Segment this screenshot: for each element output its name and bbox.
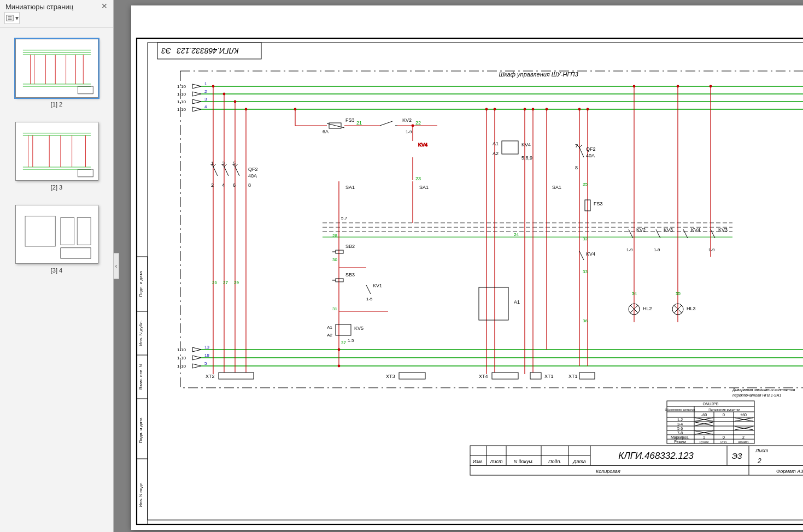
svg-text:28: 28 — [332, 233, 337, 238]
svg-text:Э3: Э3 — [161, 46, 171, 55]
thumbnail-3[interactable]: [3] 4 — [8, 205, 105, 274]
svg-text:25: 25 — [583, 182, 588, 187]
svg-text:Инв. N подл.: Инв. N подл. — [138, 481, 143, 507]
thumbnail-label: [3] 4 — [8, 267, 105, 274]
svg-text:A2: A2 — [327, 333, 332, 338]
svg-line-134 — [235, 167, 239, 176]
svg-text:SA1: SA1 — [345, 185, 355, 190]
svg-text:A1: A1 — [514, 299, 520, 305]
svg-text:QF2: QF2 — [248, 167, 258, 172]
svg-text:3-4: 3-4 — [677, 422, 683, 426]
thumbnail-1[interactable]: [1] 2 — [8, 39, 105, 108]
svg-text:1-10: 1-10 — [177, 364, 186, 369]
svg-rect-30 — [77, 218, 91, 245]
svg-text:Взам. инв. N: Взам. инв. N — [138, 364, 143, 389]
svg-text:27: 27 — [223, 280, 228, 285]
svg-text:+60: +60 — [740, 413, 747, 417]
svg-rect-182 — [336, 324, 351, 335]
svg-text:3: 3 — [222, 161, 225, 166]
svg-text:N докум.: N докум. — [514, 459, 534, 464]
svg-text:1-9: 1-9 — [406, 129, 412, 134]
svg-text:Подп.: Подп. — [548, 459, 561, 464]
svg-text:KV1: KV1 — [373, 283, 382, 288]
svg-point-130 — [338, 348, 341, 351]
svg-point-123 — [532, 108, 535, 111]
svg-rect-16 — [78, 86, 93, 94]
svg-text:1-9: 1-9 — [654, 247, 660, 252]
list-icon — [6, 14, 14, 22]
svg-text:1-9: 1-9 — [708, 247, 715, 252]
thumbnail-preview — [15, 39, 98, 98]
thumbnail-preview — [15, 205, 98, 264]
svg-text:1-10: 1-10 — [177, 84, 186, 89]
svg-point-122 — [524, 108, 526, 111]
svg-text:XT3: XT3 — [386, 374, 395, 379]
schematic-drawing: КЛГИ.468332.123 Э3 Шкаф управления ШУ-НГ… — [131, 5, 803, 530]
svg-text:24: 24 — [514, 232, 519, 237]
svg-text:Шкаф управления ШУ-НГП3: Шкаф управления ШУ-НГП3 — [499, 71, 578, 78]
svg-text:КЛГИ.468332.123: КЛГИ.468332.123 — [618, 451, 694, 461]
svg-text:Ручной: Ручной — [700, 440, 709, 444]
svg-text:HL2: HL2 — [643, 306, 652, 311]
svg-text:HL3: HL3 — [687, 306, 696, 311]
svg-text:6: 6 — [233, 182, 236, 188]
svg-text:1-5: 1-5 — [366, 297, 373, 302]
svg-text:КЛГИ.468332.123: КЛГИ.468332.123 — [177, 46, 239, 55]
svg-point-127 — [633, 85, 636, 88]
thumbnail-2[interactable]: [2] 3 — [8, 122, 105, 191]
svg-text:2: 2 — [211, 182, 214, 188]
thumbnails-header: Миниатюры страниц ✕ — [0, 0, 113, 11]
svg-point-128 — [677, 85, 679, 88]
svg-rect-31 — [60, 248, 90, 258]
svg-text:23: 23 — [415, 176, 421, 181]
collapse-sidebar-handle[interactable] — [114, 253, 119, 279]
svg-point-116 — [223, 93, 226, 96]
svg-text:40A: 40A — [586, 153, 595, 158]
svg-marker-44 — [192, 92, 201, 96]
svg-text:Подп. и дата: Подп. и дата — [138, 271, 143, 297]
svg-text:40A: 40A — [248, 173, 257, 179]
svg-text:A2: A2 — [493, 151, 499, 156]
thumbnails-options-button[interactable]: ▾ — [4, 12, 20, 24]
svg-text:30: 30 — [332, 257, 337, 262]
svg-text:3: 3 — [204, 97, 207, 102]
svg-text:7-8: 7-8 — [677, 431, 683, 435]
svg-rect-204 — [219, 373, 254, 379]
svg-rect-173 — [336, 250, 343, 253]
svg-text:0: 0 — [723, 435, 725, 439]
svg-text:A1: A1 — [493, 141, 499, 146]
svg-text:Лист: Лист — [755, 448, 769, 453]
close-icon[interactable]: ✕ — [100, 2, 109, 11]
svg-text:8: 8 — [575, 165, 578, 170]
svg-text:2: 2 — [757, 457, 761, 465]
thumbnails-list[interactable]: [1] 2 [2] 3 [3] 4 — [0, 28, 113, 532]
svg-text:2: 2 — [742, 435, 745, 439]
svg-rect-187 — [479, 287, 508, 320]
svg-rect-210 — [530, 373, 541, 379]
svg-text:KV4: KV4 — [691, 227, 700, 233]
svg-text:1: 1 — [703, 435, 705, 439]
svg-marker-67 — [192, 356, 201, 360]
document-viewport[interactable]: КЛГИ.468332.123 Э3 Шкаф управления ШУ-НГ… — [114, 0, 803, 532]
thumbnails-panel: Миниатюры страниц ✕ ▾ [1] 2 — [0, 0, 114, 532]
svg-marker-46 — [192, 107, 201, 111]
svg-text:XT1: XT1 — [544, 374, 554, 379]
svg-text:2: 2 — [204, 89, 207, 94]
svg-text:KV5: KV5 — [354, 326, 364, 331]
svg-text:Положение рукоятки: Положение рукоятки — [708, 408, 740, 411]
svg-line-133 — [224, 167, 228, 176]
svg-text:34: 34 — [632, 291, 637, 296]
svg-marker-43 — [192, 84, 201, 88]
svg-point-120 — [485, 108, 488, 111]
svg-marker-45 — [192, 99, 201, 104]
thumbnail-preview — [15, 122, 98, 181]
svg-text:Формат  А3: Формат А3 — [776, 469, 803, 474]
svg-text:5,8,9: 5,8,9 — [521, 155, 532, 161]
svg-point-126 — [587, 108, 589, 111]
svg-rect-29 — [60, 218, 74, 245]
svg-marker-68 — [192, 364, 201, 368]
svg-text:SB2: SB2 — [345, 244, 355, 249]
svg-text:1: 1 — [204, 81, 207, 86]
svg-text:KV3: KV3 — [664, 227, 673, 233]
svg-text:Режим: Режим — [674, 440, 686, 444]
